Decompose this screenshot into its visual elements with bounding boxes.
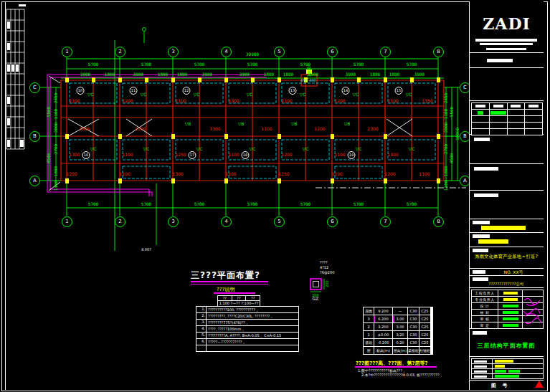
signature-overlay xyxy=(0,0,550,392)
cad-sheet[interactable]: 5700570057005700570057005700 39001800390… xyxy=(0,0,550,392)
signature-scribbles xyxy=(523,298,541,323)
revision-triangle xyxy=(535,381,544,388)
